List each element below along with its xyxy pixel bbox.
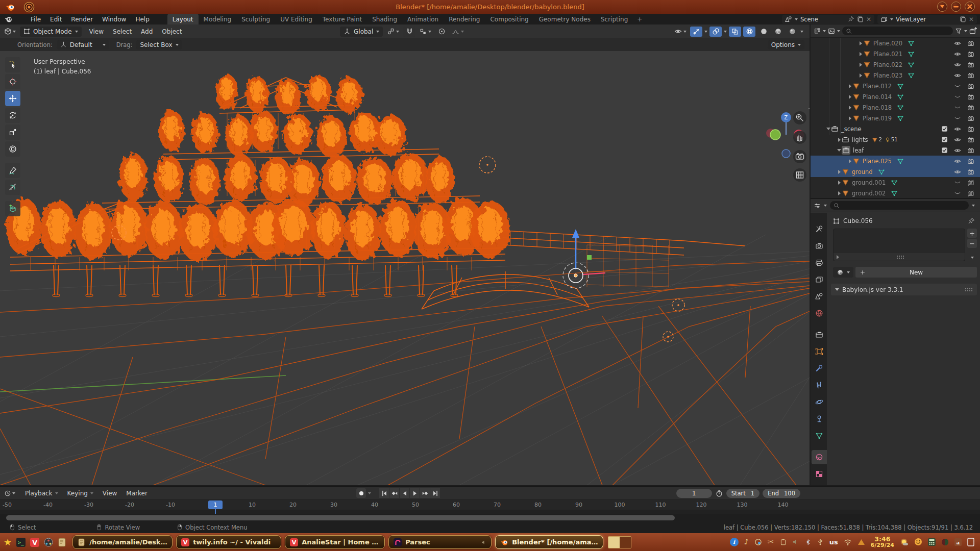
camera-toggle[interactable] (967, 72, 974, 79)
workspace-tab-animation[interactable]: Animation (402, 14, 444, 24)
check-toggle[interactable] (941, 136, 948, 143)
properties-tab-particles[interactable] (812, 378, 827, 392)
properties-tab-object[interactable] (812, 344, 827, 359)
keyboard-layout-indicator[interactable]: us (829, 538, 838, 546)
outliner-row-plane.014[interactable]: Plane.014 (811, 91, 980, 102)
menu-edit[interactable]: Edit (45, 14, 66, 24)
shade-button[interactable] (937, 2, 947, 12)
camera-toggle[interactable] (967, 93, 974, 101)
taskbar-window-4[interactable]: Parsec (388, 535, 492, 549)
outliner-row-plane.020[interactable]: Plane.020 (811, 38, 980, 48)
close-button[interactable] (965, 2, 975, 12)
pager-desktop-1[interactable] (608, 537, 620, 548)
viewlayer-selector[interactable]: ViewLayer ✕ (877, 15, 977, 24)
eye-closed-toggle[interactable] (954, 93, 961, 101)
tray-usb-icon[interactable] (817, 538, 824, 546)
workspace-tab-uv-editing[interactable]: UV Editing (275, 14, 317, 24)
material-slot-list[interactable] (833, 229, 965, 261)
proportional-editing-toggle[interactable] (435, 27, 448, 37)
tool-move-button[interactable] (5, 91, 20, 106)
eye-closed-toggle[interactable] (954, 83, 961, 90)
add-workspace-button[interactable]: + (633, 16, 646, 23)
snap-settings-dropdown[interactable] (418, 27, 433, 37)
stopwatch-icon[interactable] (715, 489, 723, 497)
eye-closed-toggle[interactable] (954, 179, 961, 186)
next-keyframe-button[interactable] (420, 488, 430, 498)
timeline-editor-icon[interactable] (4, 490, 11, 497)
tray-weather-icon[interactable] (900, 538, 909, 546)
current-frame-indicator[interactable]: 1 (208, 500, 223, 509)
snap-toggle[interactable] (403, 27, 415, 37)
taskbar-window-5[interactable]: Blender* [/home/amalie... (495, 535, 603, 549)
shading-material-button[interactable] (772, 27, 784, 37)
shading-rendered-button[interactable] (786, 27, 798, 37)
expand-arrow-icon[interactable] (837, 255, 839, 259)
disclosure-closed-icon[interactable] (847, 84, 852, 88)
clock[interactable]: 3:46 6/29/24 (871, 536, 894, 548)
filter-funnel-icon[interactable] (955, 28, 962, 35)
duplicate-viewlayer-icon[interactable] (960, 16, 966, 22)
eye-toggle[interactable] (954, 126, 961, 133)
check-toggle[interactable] (941, 126, 948, 132)
eye-toggle[interactable] (954, 136, 961, 143)
properties-tab-modifiers[interactable] (812, 361, 827, 375)
workspace-tab-geometry-nodes[interactable]: Geometry Nodes (534, 14, 596, 24)
timeline-ruler[interactable]: 1 -50-40-30-20-1010203040506070809010011… (0, 499, 980, 510)
outliner-row-plane.025[interactable]: Plane.025 (811, 156, 980, 166)
browse-material-dropdown[interactable] (833, 267, 853, 278)
tray-wifi-icon[interactable] (844, 539, 852, 545)
eye-toggle[interactable] (954, 40, 961, 47)
eye-toggle[interactable] (954, 168, 961, 176)
properties-tab-render[interactable] (812, 239, 827, 253)
vivaldi-launcher-icon[interactable]: V (30, 538, 39, 547)
new-collection-icon[interactable] (969, 27, 977, 35)
outliner-row-ground.001[interactable]: ground.001 (811, 177, 980, 188)
minimize-button[interactable] (951, 2, 961, 12)
properties-tab-physics[interactable] (812, 395, 827, 409)
properties-tab-output[interactable] (812, 256, 827, 270)
workspace-tab-compositing[interactable]: Compositing (485, 14, 533, 24)
camera-toggle[interactable] (967, 126, 974, 133)
outliner-filter-id-icon[interactable] (828, 28, 835, 35)
tray-clipboard-icon[interactable] (780, 538, 787, 546)
disclosure-closed-icon[interactable] (837, 170, 842, 174)
jump-to-start-button[interactable] (379, 488, 389, 498)
disclosure-closed-icon[interactable] (847, 159, 852, 163)
disclosure-closed-icon[interactable] (858, 41, 863, 45)
camera-toggle[interactable] (967, 147, 974, 154)
taskbar-window-3[interactable]: VAnalieStar | Home - Viva... (285, 535, 385, 549)
outliner-row-ground[interactable]: ground (811, 166, 980, 177)
viewport-menu-view[interactable]: View (85, 24, 108, 38)
disclosure-closed-icon[interactable] (847, 106, 852, 110)
properties-tab-object-data[interactable] (812, 429, 827, 443)
workspace-tab-modeling[interactable]: Modeling (199, 14, 237, 24)
camera-toggle[interactable] (967, 83, 974, 90)
camera-toggle[interactable] (967, 51, 974, 58)
timeline-menu-keying[interactable]: Keying (63, 490, 98, 497)
options-dropdown[interactable]: Options (768, 40, 804, 49)
eye-toggle[interactable] (954, 147, 961, 154)
workspace-tab-rendering[interactable]: Rendering (444, 14, 485, 24)
camera-toggle[interactable] (967, 104, 974, 111)
terminal-launcher-icon[interactable]: >_ (16, 538, 26, 547)
viewport-menu-add[interactable]: Add (136, 24, 157, 38)
menu-file[interactable]: File (26, 14, 45, 24)
eye-toggle[interactable] (954, 61, 961, 68)
pager-desktop-2[interactable] (620, 537, 631, 548)
remove-slot-button[interactable]: − (967, 239, 977, 248)
outliner-row-plane.012[interactable]: Plane.012 (811, 81, 980, 91)
tool-cursor-button[interactable] (5, 74, 20, 89)
tray-record-icon[interactable] (754, 538, 762, 546)
eye-toggle[interactable] (954, 158, 961, 165)
duplicate-scene-icon[interactable] (857, 16, 864, 22)
outliner-row-leaf[interactable]: leaf (811, 145, 980, 156)
disclosure-closed-icon[interactable] (858, 73, 863, 78)
tray-music-icon[interactable]: ♪ (744, 538, 749, 546)
tool-rotate-button[interactable] (5, 108, 20, 123)
taskbar-window-2[interactable]: Vtwily.info ~/ - Vivaldi (176, 535, 281, 549)
workspace-tab-layout[interactable]: Layout (167, 14, 199, 24)
tray-dictionary-icon[interactable]: a (954, 538, 962, 546)
properties-tab-world[interactable] (812, 306, 827, 320)
editor-type-icon[interactable] (4, 28, 12, 35)
menu-help[interactable]: Help (131, 14, 154, 24)
